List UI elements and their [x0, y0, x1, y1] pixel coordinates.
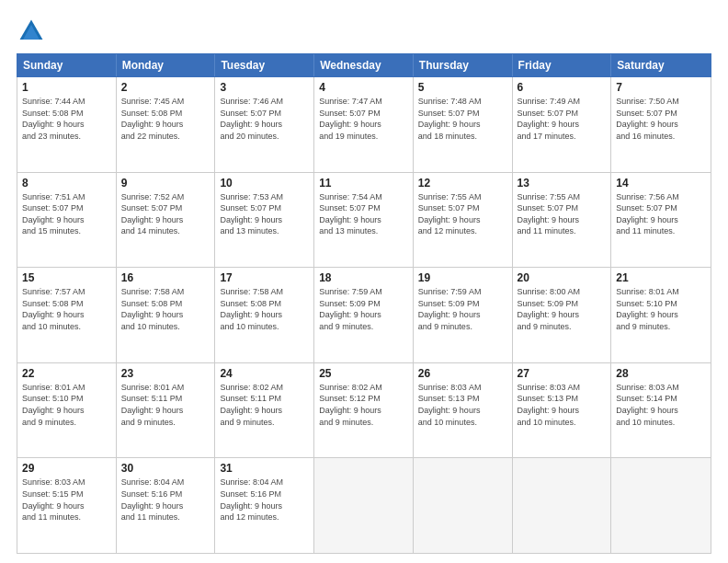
- day-number: 22: [22, 367, 111, 380]
- logo-icon: [17, 17, 46, 46]
- day-info: Sunrise: 7:56 AM Sunset: 5:07 PM Dayligh…: [616, 191, 706, 237]
- day-info: Sunrise: 7:55 AM Sunset: 5:07 PM Dayligh…: [518, 191, 607, 237]
- header-day-wednesday: Wednesday: [314, 54, 414, 76]
- day-number: 20: [518, 271, 607, 284]
- day-number: 28: [616, 367, 706, 380]
- calendar-cell: 23Sunrise: 8:01 AM Sunset: 5:11 PM Dayli…: [117, 363, 216, 458]
- calendar-cell: [611, 458, 711, 553]
- calendar-row-3: 15Sunrise: 7:57 AM Sunset: 5:08 PM Dayli…: [17, 267, 711, 362]
- calendar-cell: 6Sunrise: 7:49 AM Sunset: 5:07 PM Daylig…: [513, 77, 612, 172]
- header-day-friday: Friday: [513, 54, 612, 76]
- header-day-tuesday: Tuesday: [215, 54, 314, 76]
- day-number: 5: [418, 81, 507, 94]
- day-info: Sunrise: 7:50 AM Sunset: 5:07 PM Dayligh…: [616, 96, 706, 142]
- calendar-cell: 12Sunrise: 7:55 AM Sunset: 5:07 PM Dayli…: [414, 173, 513, 268]
- day-info: Sunrise: 7:45 AM Sunset: 5:08 PM Dayligh…: [121, 96, 210, 142]
- day-number: 6: [518, 81, 607, 94]
- calendar-cell: 31Sunrise: 8:04 AM Sunset: 5:16 PM Dayli…: [215, 458, 314, 553]
- day-number: 26: [418, 367, 507, 380]
- day-info: Sunrise: 8:04 AM Sunset: 5:16 PM Dayligh…: [220, 477, 309, 523]
- day-number: 21: [616, 271, 706, 284]
- calendar-cell: 22Sunrise: 8:01 AM Sunset: 5:10 PM Dayli…: [17, 363, 117, 458]
- day-info: Sunrise: 7:51 AM Sunset: 5:07 PM Dayligh…: [22, 191, 111, 237]
- day-number: 27: [518, 367, 607, 380]
- day-number: 19: [418, 271, 507, 284]
- day-number: 23: [121, 367, 210, 380]
- day-info: Sunrise: 8:02 AM Sunset: 5:12 PM Dayligh…: [319, 382, 408, 428]
- day-number: 16: [121, 271, 210, 284]
- day-info: Sunrise: 8:01 AM Sunset: 5:11 PM Dayligh…: [121, 382, 210, 428]
- day-number: 15: [22, 271, 111, 284]
- day-number: 11: [319, 177, 408, 190]
- calendar-cell: 4Sunrise: 7:47 AM Sunset: 5:07 PM Daylig…: [314, 77, 414, 172]
- calendar-cell: [513, 458, 612, 553]
- day-info: Sunrise: 8:02 AM Sunset: 5:11 PM Dayligh…: [220, 382, 309, 428]
- day-number: 29: [22, 462, 111, 475]
- day-info: Sunrise: 7:57 AM Sunset: 5:08 PM Dayligh…: [22, 286, 111, 332]
- day-number: 12: [418, 177, 507, 190]
- calendar-cell: [414, 458, 513, 553]
- day-number: 4: [319, 81, 408, 94]
- day-info: Sunrise: 7:53 AM Sunset: 5:07 PM Dayligh…: [220, 191, 309, 237]
- day-info: Sunrise: 7:58 AM Sunset: 5:08 PM Dayligh…: [121, 286, 210, 332]
- calendar-cell: 30Sunrise: 8:04 AM Sunset: 5:16 PM Dayli…: [117, 458, 216, 553]
- header-day-thursday: Thursday: [414, 54, 513, 76]
- calendar-row-5: 29Sunrise: 8:03 AM Sunset: 5:15 PM Dayli…: [17, 457, 711, 553]
- calendar-cell: 9Sunrise: 7:52 AM Sunset: 5:07 PM Daylig…: [117, 173, 216, 268]
- calendar-cell: 28Sunrise: 8:03 AM Sunset: 5:14 PM Dayli…: [611, 363, 711, 458]
- calendar-row-4: 22Sunrise: 8:01 AM Sunset: 5:10 PM Dayli…: [17, 362, 711, 458]
- day-number: 18: [319, 271, 408, 284]
- day-info: Sunrise: 8:01 AM Sunset: 5:10 PM Dayligh…: [22, 382, 111, 428]
- day-number: 24: [220, 367, 309, 380]
- calendar-row-1: 1Sunrise: 7:44 AM Sunset: 5:08 PM Daylig…: [17, 77, 711, 172]
- day-info: Sunrise: 7:47 AM Sunset: 5:07 PM Dayligh…: [319, 96, 408, 142]
- calendar-cell: 17Sunrise: 7:58 AM Sunset: 5:08 PM Dayli…: [215, 268, 314, 362]
- day-number: 31: [220, 462, 309, 475]
- day-info: Sunrise: 8:03 AM Sunset: 5:13 PM Dayligh…: [418, 382, 507, 428]
- day-info: Sunrise: 7:46 AM Sunset: 5:07 PM Dayligh…: [220, 96, 309, 142]
- calendar-cell: 7Sunrise: 7:50 AM Sunset: 5:07 PM Daylig…: [611, 77, 711, 172]
- calendar-cell: 15Sunrise: 7:57 AM Sunset: 5:08 PM Dayli…: [17, 268, 117, 362]
- day-info: Sunrise: 7:48 AM Sunset: 5:07 PM Dayligh…: [418, 96, 507, 142]
- calendar-cell: 10Sunrise: 7:53 AM Sunset: 5:07 PM Dayli…: [215, 173, 314, 268]
- day-number: 30: [121, 462, 210, 475]
- header: [17, 17, 711, 46]
- calendar-cell: 14Sunrise: 7:56 AM Sunset: 5:07 PM Dayli…: [611, 173, 711, 268]
- day-number: 10: [220, 177, 309, 190]
- calendar-cell: 26Sunrise: 8:03 AM Sunset: 5:13 PM Dayli…: [414, 363, 513, 458]
- day-number: 14: [616, 177, 706, 190]
- calendar: SundayMondayTuesdayWednesdayThursdayFrid…: [17, 53, 711, 554]
- day-info: Sunrise: 7:52 AM Sunset: 5:07 PM Dayligh…: [121, 191, 210, 237]
- day-number: 2: [121, 81, 210, 94]
- day-info: Sunrise: 7:44 AM Sunset: 5:08 PM Dayligh…: [22, 96, 111, 142]
- day-number: 7: [616, 81, 706, 94]
- calendar-row-2: 8Sunrise: 7:51 AM Sunset: 5:07 PM Daylig…: [17, 172, 711, 268]
- calendar-cell: 24Sunrise: 8:02 AM Sunset: 5:11 PM Dayli…: [215, 363, 314, 458]
- day-info: Sunrise: 8:03 AM Sunset: 5:14 PM Dayligh…: [616, 382, 706, 428]
- calendar-cell: 18Sunrise: 7:59 AM Sunset: 5:09 PM Dayli…: [314, 268, 414, 362]
- calendar-cell: 20Sunrise: 8:00 AM Sunset: 5:09 PM Dayli…: [513, 268, 612, 362]
- calendar-cell: 2Sunrise: 7:45 AM Sunset: 5:08 PM Daylig…: [117, 77, 216, 172]
- calendar-cell: 16Sunrise: 7:58 AM Sunset: 5:08 PM Dayli…: [117, 268, 216, 362]
- calendar-cell: 19Sunrise: 7:59 AM Sunset: 5:09 PM Dayli…: [414, 268, 513, 362]
- day-number: 1: [22, 81, 111, 94]
- day-number: 17: [220, 271, 309, 284]
- calendar-cell: 29Sunrise: 8:03 AM Sunset: 5:15 PM Dayli…: [17, 458, 117, 553]
- calendar-cell: 27Sunrise: 8:03 AM Sunset: 5:13 PM Dayli…: [513, 363, 612, 458]
- logo: [17, 17, 50, 46]
- day-number: 13: [518, 177, 607, 190]
- day-info: Sunrise: 8:03 AM Sunset: 5:13 PM Dayligh…: [518, 382, 607, 428]
- day-number: 25: [319, 367, 408, 380]
- calendar-cell: [314, 458, 414, 553]
- header-day-monday: Monday: [117, 54, 216, 76]
- day-info: Sunrise: 8:01 AM Sunset: 5:10 PM Dayligh…: [616, 286, 706, 332]
- calendar-cell: 25Sunrise: 8:02 AM Sunset: 5:12 PM Dayli…: [314, 363, 414, 458]
- day-info: Sunrise: 7:49 AM Sunset: 5:07 PM Dayligh…: [518, 96, 607, 142]
- day-number: 8: [22, 177, 111, 190]
- page: SundayMondayTuesdayWednesdayThursdayFrid…: [0, 0, 728, 563]
- day-info: Sunrise: 8:00 AM Sunset: 5:09 PM Dayligh…: [518, 286, 607, 332]
- calendar-header: SundayMondayTuesdayWednesdayThursdayFrid…: [17, 53, 711, 77]
- day-number: 9: [121, 177, 210, 190]
- calendar-cell: 1Sunrise: 7:44 AM Sunset: 5:08 PM Daylig…: [17, 77, 117, 172]
- day-info: Sunrise: 7:58 AM Sunset: 5:08 PM Dayligh…: [220, 286, 309, 332]
